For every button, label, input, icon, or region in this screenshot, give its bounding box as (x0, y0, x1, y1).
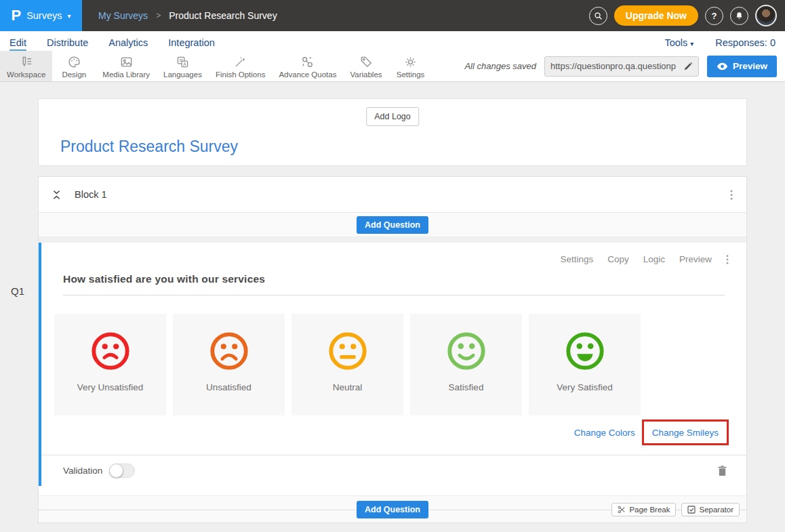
svg-text:A: A (183, 61, 186, 66)
survey-url-box (544, 56, 699, 77)
validation-label: Validation (63, 466, 102, 476)
add-question-button-top[interactable]: Add Question (357, 216, 428, 234)
chain-links-icon (301, 56, 314, 68)
breadcrumb-separator-icon: > (156, 11, 161, 20)
block-header: Block 1 (39, 177, 746, 213)
toolbar-variables[interactable]: Variables (343, 51, 388, 81)
question-menu-icon[interactable] (726, 255, 729, 264)
help-button[interactable]: ? (705, 7, 723, 25)
add-logo-button[interactable]: Add Logo (366, 107, 419, 126)
tools-menu[interactable]: Tools ▾ (664, 37, 693, 51)
smiley-icon-0 (89, 330, 132, 372)
upgrade-now-button[interactable]: Upgrade Now (614, 5, 698, 26)
block-card: Block 1 Add Question Settings Copy Logic… (38, 176, 747, 523)
validation-toggle[interactable] (109, 464, 135, 478)
bell-icon (735, 12, 744, 20)
toolbar-finish-options[interactable]: Finish Options (209, 51, 273, 81)
nav-row: Edit Distribute Analytics Integration To… (0, 31, 785, 51)
responses-count[interactable]: Responses: 0 (715, 37, 776, 51)
tab-integration[interactable]: Integration (168, 37, 215, 51)
toggle-knob (109, 464, 123, 478)
add-question-strip-top: Add Question (39, 213, 746, 237)
workspace-canvas: Q1 Add Logo Product Research Survey Bloc… (0, 82, 785, 532)
tab-distribute[interactable]: Distribute (47, 37, 88, 51)
product-menu-label: Surveys (26, 10, 62, 21)
question-actions: Settings Copy Logic Preview (41, 243, 746, 264)
image-icon (120, 56, 133, 68)
search-icon (594, 12, 603, 20)
palette-icon (68, 56, 81, 68)
block-spacer (39, 237, 746, 243)
add-question-button-bottom[interactable]: Add Question (357, 501, 428, 518)
option-satisfied[interactable]: Satisfied (410, 314, 522, 415)
validation-row: Validation (41, 455, 746, 486)
survey-url-input[interactable] (550, 61, 683, 71)
chevron-down-icon: ▾ (690, 40, 693, 47)
toolbar-advance-quotas[interactable]: Advance Quotas (272, 51, 343, 81)
top-bar: P Surveys ▾ My Surveys > Product Researc… (0, 0, 785, 31)
product-switcher[interactable]: P Surveys ▾ (0, 0, 82, 31)
add-question-strip-bottom: Add Question Page Break Separator (39, 495, 746, 523)
question-mark-icon: ? (712, 11, 717, 21)
tag-icon (360, 56, 373, 68)
breadcrumb-current-survey: Product Research Survey (169, 10, 277, 21)
preview-button[interactable]: Preview (707, 56, 777, 77)
toolbar-languages[interactable]: A Languages (157, 51, 209, 81)
question-settings-link[interactable]: Settings (560, 254, 593, 264)
notifications-button[interactable] (730, 7, 748, 25)
question-text[interactable]: How satisfied are you with our services (63, 273, 725, 285)
checkbox-checked-icon (687, 506, 696, 514)
tab-analytics[interactable]: Analytics (108, 37, 148, 51)
questionpro-logo: P (11, 7, 21, 24)
option-very-unsatisfied[interactable]: Very Unsatisfied (54, 314, 166, 415)
toolbar-design[interactable]: Design (52, 51, 96, 81)
change-smileys-link[interactable]: Change Smileys (652, 428, 719, 438)
question-copy-link[interactable]: Copy (607, 254, 629, 264)
chevron-down-icon: ▾ (68, 12, 71, 20)
question-card: Settings Copy Logic Preview How satisfie… (39, 243, 746, 486)
editor-toolbar: Workspace Design Media Library A Languag… (0, 51, 785, 82)
option-neutral[interactable]: Neutral (291, 314, 403, 415)
block-menu-icon[interactable] (730, 190, 733, 200)
smiley-icon-2 (327, 330, 369, 372)
change-colors-link[interactable]: Change Colors (574, 428, 635, 438)
question-preview-link[interactable]: Preview (679, 254, 712, 264)
gear-icon (404, 56, 417, 68)
delete-question-icon[interactable] (717, 465, 727, 476)
tab-edit[interactable]: Edit (9, 37, 26, 51)
smiley-icon-4 (564, 330, 606, 372)
block-title[interactable]: Block 1 (75, 189, 107, 200)
eye-icon (717, 62, 728, 70)
user-avatar[interactable] (755, 5, 777, 26)
workspace-icon (20, 56, 33, 68)
question-number-label: Q1 (11, 285, 24, 297)
option-unsatisfied[interactable]: Unsatisfied (173, 314, 285, 415)
magic-wand-icon (234, 56, 247, 68)
toolbar-workspace[interactable]: Workspace (0, 51, 52, 81)
search-button[interactable] (589, 7, 607, 25)
separator-button[interactable]: Separator (681, 503, 740, 516)
annotation-highlight-box: Change Smileys (642, 420, 729, 445)
smiley-icon-3 (445, 330, 487, 372)
smiley-settings-row: Change Colors Change Smileys (41, 420, 729, 445)
option-very-satisfied[interactable]: Very Satisfied (529, 314, 641, 415)
survey-header-card: Add Logo Product Research Survey (38, 98, 747, 166)
smiley-options-row: Very Unsatisfied Unsatisfied Neutral Sat… (54, 314, 746, 415)
question-logic-link[interactable]: Logic (643, 254, 665, 264)
breadcrumb: My Surveys > Product Research Survey (98, 10, 277, 21)
toolbar-settings[interactable]: Settings (389, 51, 432, 81)
question-divider (63, 295, 725, 295)
save-status: All changes saved (464, 61, 536, 71)
smiley-icon-1 (208, 330, 250, 372)
pencil-icon[interactable] (683, 62, 693, 71)
page-break-button[interactable]: Page Break (611, 503, 676, 516)
scissors-icon (618, 506, 626, 514)
translate-icon: A (176, 56, 189, 68)
collapse-block-icon[interactable] (52, 189, 61, 201)
toolbar-media-library[interactable]: Media Library (96, 51, 157, 81)
breadcrumb-my-surveys[interactable]: My Surveys (98, 10, 148, 21)
